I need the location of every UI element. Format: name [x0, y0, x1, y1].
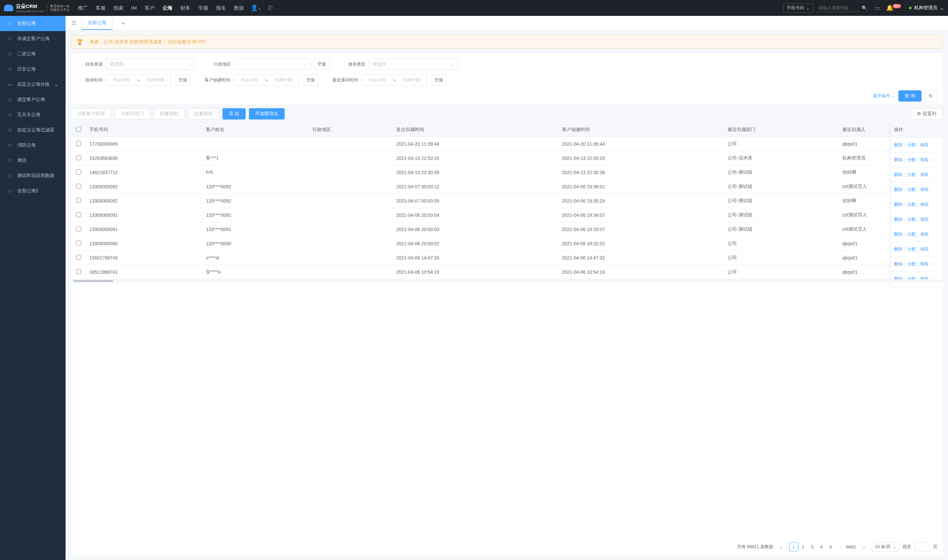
- nav-item[interactable]: 客服: [95, 5, 106, 11]
- claim-link[interactable]: 领取: [920, 231, 929, 237]
- sidebar-item[interactable]: ⚆注安公海: [0, 62, 66, 77]
- claim-link[interactable]: 领取: [920, 246, 929, 252]
- claim-link[interactable]: 领取: [920, 217, 929, 222]
- mobile-icon[interactable]: ▭: [874, 4, 880, 12]
- row-checkbox[interactable]: [76, 241, 81, 246]
- tab-active[interactable]: 全部公海: [82, 17, 112, 30]
- pager-last-page[interactable]: 6882: [846, 542, 856, 551]
- horizontal-scrollbar[interactable]: [71, 279, 943, 283]
- search-input[interactable]: [817, 4, 860, 12]
- pager-page-button[interactable]: 4: [817, 542, 826, 551]
- claim-link[interactable]: 领取: [920, 172, 929, 178]
- create-date-range[interactable]: 开始日期~结束日期: [234, 74, 299, 86]
- sidebar-item[interactable]: ⚆消防公海: [0, 138, 66, 153]
- row-checkbox[interactable]: [76, 212, 81, 217]
- pager-prev-button[interactable]: ‹: [777, 542, 786, 551]
- claim-link[interactable]: 领取: [920, 187, 929, 192]
- query-button[interactable]: 查 询: [898, 90, 922, 102]
- expand-filters-link[interactable]: 展开条件 ⌄: [873, 93, 895, 99]
- tab-add-button[interactable]: ＋: [116, 19, 131, 27]
- nav-item[interactable]: 线索: [114, 5, 123, 11]
- claim-link[interactable]: 领取: [920, 142, 929, 148]
- search-icon[interactable]: 🔍: [862, 5, 867, 11]
- assign-link[interactable]: 分配: [907, 187, 916, 192]
- nav-item[interactable]: 财务: [180, 5, 190, 11]
- call-date-range[interactable]: 开始日期~结束日期: [362, 74, 427, 86]
- abandon-null-button[interactable]: 空值: [175, 74, 191, 86]
- row-checkbox[interactable]: [76, 155, 81, 160]
- page-size-select[interactable]: 10 条/页⌄: [872, 542, 899, 551]
- delete-link[interactable]: 删除: [894, 172, 903, 178]
- assign-link[interactable]: 分配: [907, 246, 916, 252]
- add-user-icon[interactable]: 👤₊: [251, 4, 261, 12]
- pager-page-button[interactable]: 1: [789, 542, 799, 551]
- phone-icon[interactable]: ✆: [268, 4, 273, 12]
- delete-link[interactable]: 删除: [894, 187, 903, 192]
- delete-link[interactable]: 删除: [894, 157, 903, 163]
- sidebar-item[interactable]: ⚆五月天公海: [0, 107, 66, 123]
- claim-link[interactable]: 领取: [920, 202, 929, 208]
- claim-link[interactable]: 领取: [920, 157, 929, 163]
- sidebar-item[interactable]: ⚆非成交客户公海: [0, 31, 66, 46]
- export-button[interactable]: 导 出: [222, 108, 246, 120]
- delete-link[interactable]: 删除: [894, 246, 903, 252]
- sidebar-item[interactable]: ⚆全部公海: [0, 16, 66, 31]
- nav-item[interactable]: 公海: [163, 5, 172, 11]
- assign-manager-button[interactable]: 分配客户经理: [71, 108, 111, 120]
- delete-link[interactable]: 删除: [894, 261, 903, 267]
- source-select[interactable]: 请选择⌄: [106, 58, 195, 70]
- sidebar-item[interactable]: ⚆二咨公海: [0, 46, 66, 62]
- call-null-button[interactable]: 空值: [431, 74, 446, 86]
- abandon-date-range[interactable]: 开始日期~结束日期: [106, 74, 171, 86]
- batch-claim-button[interactable]: 批量领取: [154, 108, 185, 120]
- row-checkbox[interactable]: [76, 269, 81, 274]
- assign-dept-button[interactable]: 分配到部门: [114, 108, 150, 120]
- sidebar-item[interactable]: ⚆自定义公海过滤器: [0, 123, 66, 138]
- assign-link[interactable]: 分配: [907, 142, 916, 148]
- batch-delete-button[interactable]: 批量删除: [188, 108, 219, 120]
- assign-link[interactable]: 分配: [907, 217, 916, 222]
- export-plain-button[interactable]: 不加密导出: [249, 108, 285, 120]
- sidebar-item[interactable]: ⚆全部公海2: [0, 183, 66, 198]
- tab-collapse-icon[interactable]: ☰: [69, 20, 78, 26]
- delete-link[interactable]: 删除: [894, 231, 903, 237]
- bell-icon[interactable]: 🔔: [886, 5, 893, 11]
- pager-page-button[interactable]: 2: [799, 542, 808, 551]
- row-checkbox[interactable]: [76, 226, 81, 231]
- row-checkbox[interactable]: [76, 184, 81, 189]
- create-null-button[interactable]: 空值: [303, 74, 319, 86]
- claim-link[interactable]: 领取: [920, 261, 929, 267]
- nav-item[interactable]: 推广: [78, 5, 88, 11]
- sidebar-item[interactable]: ⚆测试昨日回库数据: [0, 168, 66, 183]
- row-checkbox[interactable]: [76, 169, 81, 174]
- assign-link[interactable]: 分配: [907, 231, 916, 237]
- search-type-select[interactable]: 手机号码⌄: [783, 3, 813, 12]
- assign-link[interactable]: 分配: [907, 157, 916, 163]
- row-checkbox[interactable]: [76, 255, 81, 260]
- row-checkbox[interactable]: [76, 141, 81, 146]
- abandon-type-select[interactable]: 请选择⌄: [369, 58, 458, 70]
- nav-item[interactable]: 学服: [198, 5, 208, 11]
- pager-page-button[interactable]: 5: [826, 542, 836, 551]
- sidebar-item[interactable]: ▭自定义公海分组⌄: [0, 77, 66, 92]
- nav-item[interactable]: 数据: [234, 5, 244, 11]
- sidebar-item[interactable]: ⚆测试: [0, 153, 66, 168]
- pager-next-button[interactable]: ›: [859, 542, 868, 551]
- nav-item[interactable]: 客户: [145, 5, 155, 11]
- delete-link[interactable]: 删除: [894, 142, 903, 148]
- user-menu[interactable]: 机构管理员 ⌄: [909, 5, 944, 11]
- select-all-checkbox[interactable]: [76, 127, 81, 132]
- sidebar-item[interactable]: ⚆成交客户公海: [0, 92, 66, 107]
- refresh-button[interactable]: ↻: [925, 90, 937, 102]
- assign-link[interactable]: 分配: [907, 261, 916, 267]
- delete-link[interactable]: 删除: [894, 217, 903, 222]
- region-null-button[interactable]: 空值: [314, 58, 330, 70]
- row-checkbox[interactable]: [76, 198, 81, 203]
- region-select[interactable]: ⌄: [234, 58, 311, 70]
- delete-link[interactable]: 删除: [894, 202, 903, 208]
- assign-link[interactable]: 分配: [907, 172, 916, 178]
- assign-link[interactable]: 分配: [907, 202, 916, 208]
- nav-item[interactable]: IM: [131, 5, 137, 11]
- pager-page-button[interactable]: 3: [808, 542, 817, 551]
- nav-item[interactable]: 报名: [216, 5, 226, 11]
